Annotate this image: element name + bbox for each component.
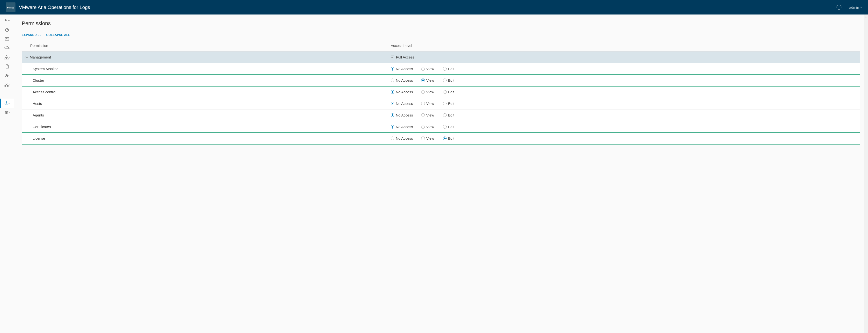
radio-edit[interactable]: Edit: [443, 78, 457, 82]
perm-row: LicenseNo AccessViewEdit: [22, 133, 860, 144]
perm-row: CertificatesNo AccessViewEdit: [22, 121, 860, 133]
radio-view[interactable]: View: [421, 136, 438, 140]
svg-point-19: [6, 112, 7, 113]
radio-circle: [421, 113, 425, 117]
sidebar-item-file[interactable]: [0, 62, 14, 71]
radio-no_access[interactable]: No Access: [391, 125, 416, 129]
group-management[interactable]: Management Full Access: [22, 52, 860, 63]
radio-label: No Access: [396, 90, 413, 94]
radio-no_access[interactable]: No Access: [391, 113, 416, 117]
logo-badge: vmw: [6, 2, 16, 12]
perm-row: AgentsNo AccessViewEdit: [22, 109, 860, 121]
radio-no_access[interactable]: No Access: [391, 90, 416, 94]
gear-icon: [4, 101, 9, 106]
svg-point-18: [5, 111, 6, 112]
sidebar-item-analytics[interactable]: [0, 34, 14, 43]
indeterminate-checkbox[interactable]: [391, 56, 394, 59]
perm-row: ClusterNo AccessViewEdit: [22, 75, 860, 86]
radio-edit[interactable]: Edit: [443, 125, 457, 129]
radio-edit[interactable]: Edit: [443, 113, 457, 117]
radio-no_access[interactable]: No Access: [391, 78, 416, 82]
radio-edit[interactable]: Edit: [443, 90, 457, 94]
radio-circle: [443, 67, 446, 71]
sidebar-item-adjust[interactable]: ›: [0, 108, 14, 117]
radio-no_access[interactable]: No Access: [391, 101, 416, 106]
perm-options: No AccessViewEdit: [391, 67, 860, 71]
radio-label: Edit: [448, 136, 454, 140]
info-icon[interactable]: !: [837, 5, 841, 10]
radio-circle: [391, 90, 394, 94]
perm-options: No AccessViewEdit: [391, 136, 860, 140]
page-title: Permissions: [22, 20, 860, 27]
collapse-all-link[interactable]: COLLAPSE ALL: [46, 33, 70, 37]
svg-line-10: [5, 85, 6, 86]
svg-line-11: [6, 85, 8, 86]
svg-rect-6: [6, 83, 7, 84]
perm-options: No AccessViewEdit: [391, 113, 860, 117]
expand-all-link[interactable]: EXPAND ALL: [22, 33, 41, 37]
radio-edit[interactable]: Edit: [443, 67, 457, 71]
radio-view[interactable]: View: [421, 67, 438, 71]
svg-point-14: [6, 103, 7, 104]
sidebar-item-network[interactable]: ›: [0, 80, 14, 90]
sidebar-toggle[interactable]: »: [0, 16, 14, 24]
caret-icon: ›: [9, 111, 10, 113]
radio-no_access[interactable]: No Access: [391, 136, 416, 140]
caret-icon: ›: [9, 102, 10, 104]
radio-circle: [443, 102, 446, 105]
radio-circle: [391, 113, 394, 117]
radio-label: Edit: [448, 67, 454, 71]
sidebar-item-cloud[interactable]: ›: [0, 43, 14, 53]
warning-icon: [4, 55, 9, 60]
content: Permissions EXPAND ALL COLLAPSE ALL Perm…: [14, 14, 868, 333]
radio-circle: [421, 90, 425, 94]
radio-label: No Access: [396, 78, 413, 82]
sidebar-item-settings[interactable]: ›: [0, 99, 14, 108]
perm-label: Hosts: [22, 101, 391, 106]
topbar-left: vmw VMware Aria Operations for Logs: [6, 2, 90, 12]
svg-point-4: [6, 74, 7, 76]
radio-circle: [391, 67, 394, 71]
radio-view[interactable]: View: [421, 101, 438, 106]
radio-label: Edit: [448, 90, 454, 94]
file-icon: [5, 64, 9, 69]
radio-circle: [421, 78, 425, 82]
col-access-header: Access Level: [391, 43, 860, 47]
user-menu[interactable]: admin: [849, 5, 862, 9]
perm-label: Certificates: [22, 125, 391, 129]
radio-label: No Access: [396, 67, 413, 71]
radio-view[interactable]: View: [421, 78, 438, 82]
scrollbar[interactable]: ▲: [864, 14, 868, 333]
radio-circle: [391, 78, 394, 82]
perm-label: Access control: [22, 90, 391, 94]
radio-no_access[interactable]: No Access: [391, 67, 416, 71]
radio-circle: [443, 125, 446, 129]
radio-label: View: [426, 90, 434, 94]
perm-row: HostsNo AccessViewEdit: [22, 98, 860, 109]
chevron-down-icon: [25, 55, 28, 58]
svg-rect-8: [7, 86, 8, 87]
radio-circle: [443, 90, 446, 94]
sidebar-item-alerts[interactable]: ›: [0, 53, 14, 62]
radio-view[interactable]: View: [421, 125, 438, 129]
radio-label: Edit: [448, 125, 454, 129]
caret-icon: ›: [9, 56, 10, 59]
radio-view[interactable]: View: [421, 90, 438, 94]
perm-label: Agents: [22, 113, 391, 117]
radio-edit[interactable]: Edit: [443, 101, 457, 106]
layout: » › ›: [0, 14, 868, 333]
sidebar-item-device[interactable]: [0, 90, 14, 99]
radio-edit[interactable]: Edit: [443, 136, 457, 140]
scroll-up-arrow[interactable]: ▲: [864, 14, 868, 19]
radio-label: No Access: [396, 136, 413, 140]
cloud-icon: [4, 46, 9, 51]
perm-row: System MonitorNo AccessViewEdit: [22, 63, 860, 75]
chart-icon: [5, 36, 9, 41]
svg-point-5: [7, 75, 8, 76]
users-icon: [5, 73, 9, 78]
sidebar-item-users[interactable]: [0, 71, 14, 80]
group-name: Management: [30, 55, 51, 59]
perm-options: No AccessViewEdit: [391, 90, 860, 94]
radio-view[interactable]: View: [421, 113, 438, 117]
sidebar-item-dashboard[interactable]: [0, 25, 14, 34]
